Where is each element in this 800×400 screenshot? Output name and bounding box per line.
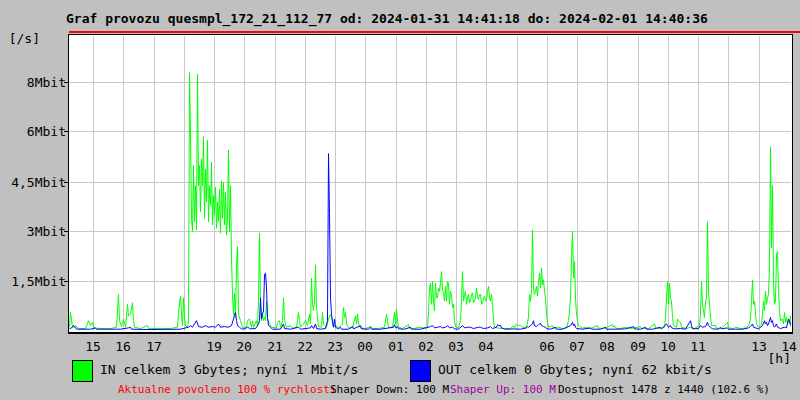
y-tick-mark <box>64 82 69 83</box>
y-tick-label: 6Mbit <box>0 124 66 139</box>
x-tick-label: 07 <box>565 339 589 354</box>
footer-availability: Dostupnost 1478 z 1440 (102.6 %) <box>558 383 770 396</box>
x-tick-label: 10 <box>656 339 680 354</box>
x-tick-label: 15 <box>81 339 105 354</box>
y-tick-mark <box>64 131 69 132</box>
x-tick-label: 01 <box>384 339 408 354</box>
legend-in-label: IN celkem 3 Gbytes; nyní 1 Mbit/s <box>100 362 358 377</box>
x-tick-label: 04 <box>474 339 498 354</box>
footer-shaper-up: Shaper Up: 100 M <box>450 383 556 396</box>
traffic-graph-page: Graf provozu quesmpl_172_21_112_77 od: 2… <box>0 0 800 400</box>
x-tick-label: 16 <box>111 339 135 354</box>
y-axis-unit-label: [/s] <box>0 31 40 46</box>
x-tick-label: 23 <box>323 339 347 354</box>
x-tick-label: 17 <box>142 339 166 354</box>
y-tick-label: 8Mbit <box>0 75 66 90</box>
x-tick-label: 02 <box>414 339 438 354</box>
y-tick-mark <box>64 182 69 183</box>
x-tick-label: 22 <box>293 339 317 354</box>
plot-area <box>68 34 793 334</box>
y-tick-label: 3Mbit <box>0 224 66 239</box>
y-tick-mark <box>64 231 69 232</box>
legend-out-label: OUT celkem 0 Gbytes; nyní 62 kbit/s <box>438 362 712 377</box>
graph-title: Graf provozu quesmpl_172_21_112_77 od: 2… <box>66 11 708 26</box>
x-tick-label: 00 <box>353 339 377 354</box>
x-tick-label: 20 <box>232 339 256 354</box>
y-tick-label: 4,5Mbit <box>0 175 66 190</box>
y-tick-mark <box>64 281 69 282</box>
x-axis-unit-label: [h] <box>751 351 791 366</box>
x-tick-label: 21 <box>263 339 287 354</box>
x-tick-label: 03 <box>444 339 468 354</box>
y-tick-label: 1,5Mbit <box>0 274 66 289</box>
traffic-canvas <box>69 36 791 331</box>
x-tick-label: 09 <box>626 339 650 354</box>
x-tick-label: 11 <box>686 339 710 354</box>
footer-shaper-down: Shaper Down: 100 M <box>330 383 449 396</box>
legend-out-swatch <box>410 360 431 382</box>
x-tick-label: 08 <box>595 339 619 354</box>
legend-in-swatch <box>72 360 93 382</box>
max-limit-line <box>69 31 800 33</box>
footer-allowed-speed: Aktualne povoleno 100 % rychlosti <box>118 383 337 396</box>
x-tick-label: 06 <box>535 339 559 354</box>
x-tick-label: 19 <box>202 339 226 354</box>
